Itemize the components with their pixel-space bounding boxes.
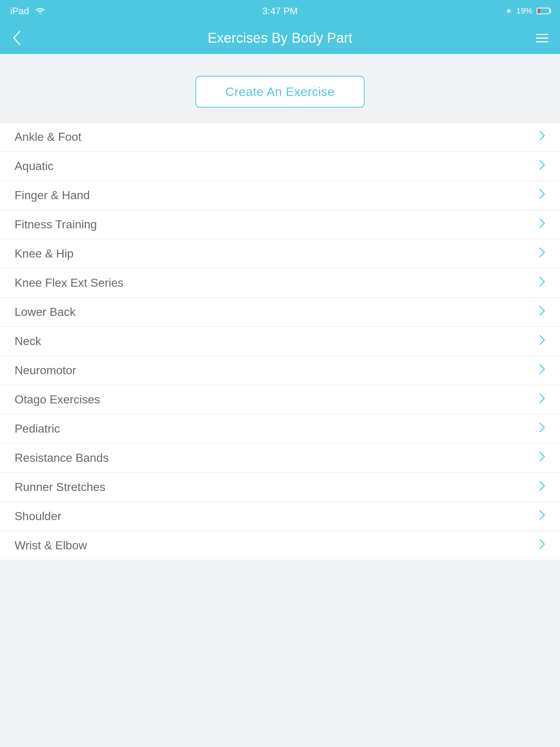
chevron-right-icon	[539, 334, 545, 348]
chevron-right-icon	[539, 130, 545, 144]
status-bar-right: ∗ 19%	[505, 6, 550, 16]
battery-icon	[537, 8, 550, 14]
list-item-label: Resistance Bands	[15, 451, 109, 465]
page-title: Exercises By Body Part	[207, 30, 352, 46]
menu-line-2	[536, 38, 548, 39]
list-item[interactable]: Neck	[0, 327, 560, 356]
menu-line-1	[536, 34, 548, 35]
chevron-right-icon	[539, 451, 545, 465]
list-item-label: Lower Back	[15, 305, 75, 319]
chevron-right-icon	[539, 247, 545, 260]
list-item-label: Knee Flex Ext Series	[15, 276, 124, 290]
create-button-container: Create An Exercise	[0, 69, 560, 122]
wifi-icon	[35, 6, 45, 16]
list-item[interactable]: Pediatric	[0, 414, 560, 444]
list-item[interactable]: Wrist & Elbow	[0, 531, 560, 560]
list-item[interactable]: Shoulder	[0, 502, 560, 531]
chevron-right-icon	[539, 393, 545, 406]
status-bar: iPad 3:47 PM ∗ 19%	[0, 0, 560, 22]
status-bar-left: iPad	[10, 5, 45, 17]
list-item-label: Finger & Hand	[15, 189, 90, 202]
list-item[interactable]: Knee Flex Ext Series	[0, 268, 560, 298]
list-item-label: Aquatic	[15, 159, 54, 173]
nav-bar: Exercises By Body Part	[0, 22, 560, 54]
list-item[interactable]: Knee & Hip	[0, 239, 560, 268]
list-item-label: Otago Exercises	[15, 393, 100, 406]
battery-percent: 19%	[516, 6, 532, 16]
chevron-right-icon	[539, 218, 545, 231]
list-item[interactable]: Otago Exercises	[0, 385, 560, 414]
list-item[interactable]: Neuromotor	[0, 356, 560, 385]
chevron-right-icon	[539, 480, 545, 494]
list-item-label: Fitness Training	[15, 218, 97, 231]
list-item[interactable]: Ankle & Foot	[0, 123, 560, 152]
create-exercise-button[interactable]: Create An Exercise	[195, 76, 365, 108]
list-item-label: Runner Stretches	[15, 480, 105, 494]
chevron-right-icon	[539, 510, 545, 523]
list-item[interactable]: Finger & Hand	[0, 181, 560, 210]
chevron-right-icon	[539, 159, 545, 173]
body-part-list: Ankle & Foot Aquatic Finger & Hand Fitne…	[0, 122, 560, 560]
status-bar-time: 3:47 PM	[262, 5, 298, 17]
list-item[interactable]: Resistance Bands	[0, 444, 560, 473]
device-label: iPad	[10, 5, 29, 17]
chevron-right-icon	[539, 539, 545, 552]
list-item[interactable]: Aquatic	[0, 152, 560, 181]
list-item[interactable]: Runner Stretches	[0, 473, 560, 502]
list-item[interactable]: Lower Back	[0, 298, 560, 327]
list-item-label: Shoulder	[15, 510, 61, 523]
chevron-right-icon	[539, 364, 545, 377]
list-item-label: Neuromotor	[15, 364, 76, 377]
chevron-right-icon	[539, 305, 545, 319]
menu-line-3	[536, 41, 548, 42]
back-button[interactable]	[12, 30, 22, 46]
chevron-right-icon	[539, 276, 545, 290]
list-item[interactable]: Fitness Training	[0, 210, 560, 239]
menu-button[interactable]	[536, 34, 548, 42]
list-item-label: Neck	[15, 334, 41, 348]
list-item-label: Pediatric	[15, 422, 60, 436]
list-item-label: Ankle & Foot	[15, 130, 81, 144]
chevron-right-icon	[539, 189, 545, 202]
chevron-right-icon	[539, 422, 545, 436]
bluetooth-icon: ∗	[505, 6, 512, 16]
main-content: Create An Exercise Ankle & Foot Aquatic …	[0, 54, 560, 560]
list-item-label: Wrist & Elbow	[15, 539, 87, 552]
list-item-label: Knee & Hip	[15, 247, 74, 260]
